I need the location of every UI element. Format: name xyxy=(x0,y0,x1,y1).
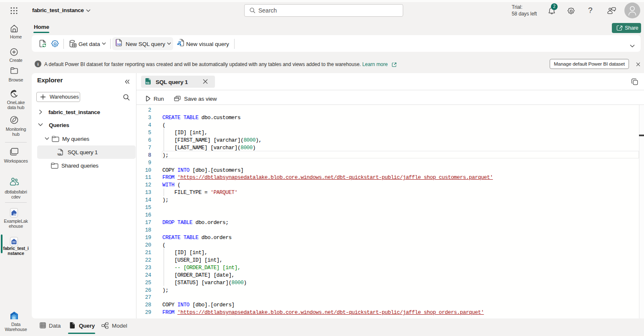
svg-text:SQL: SQL xyxy=(117,43,122,46)
svg-text:SQL: SQL xyxy=(57,153,62,155)
svg-text:SQL: SQL xyxy=(146,82,150,84)
